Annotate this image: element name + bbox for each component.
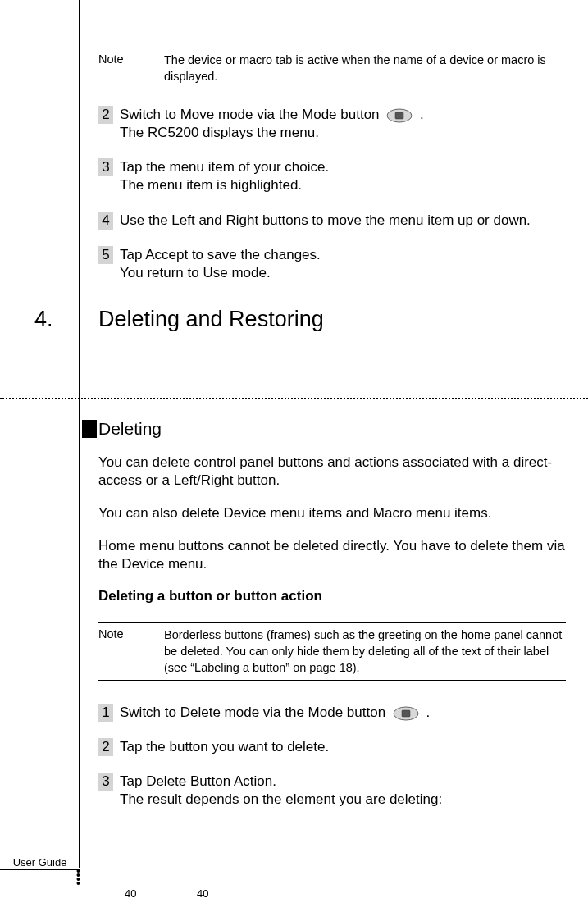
subsection-marker-icon (82, 420, 97, 438)
mode-button-icon (393, 706, 419, 721)
mode-button-icon (386, 108, 413, 123)
step-item: 3 Tap the menu item of your choice. The … (98, 158, 566, 194)
svg-rect-1 (395, 112, 403, 119)
page-content: Note The device or macro tab is active w… (98, 48, 566, 337)
step-text-pre: Tap the menu item of your choice. (120, 159, 329, 175)
footer-dots-icon: •••• (76, 869, 80, 886)
step-item: 3 Tap Delete Button Action. The result d… (98, 773, 566, 809)
paragraph: Home menu buttons cannot be deleted dire… (98, 537, 566, 573)
vertical-rule (79, 0, 80, 868)
section-heading: 4. Deleting and Restoring (98, 307, 566, 332)
step-number: 3 (98, 158, 113, 176)
step-item: 2 Tap the button you want to delete. (98, 738, 566, 756)
page-content-lower: Deleting You can delete control panel bu… (98, 398, 566, 826)
bold-heading: Deleting a button or button action (98, 588, 566, 604)
step-line2: The result depends on the element you ar… (120, 791, 442, 807)
step-text-pre: Switch to Delete mode via the Mode butto… (120, 704, 390, 720)
footer-label: User Guide (0, 855, 80, 870)
page-number: 40 (197, 887, 208, 900)
step-text-post: . (422, 704, 430, 720)
step-body: Use the Left and Right buttons to move t… (120, 212, 566, 230)
step-body: Tap Accept to save the changes. You retu… (120, 246, 566, 282)
page-number: 40 (125, 887, 136, 900)
section-title: Deleting and Restoring (98, 307, 324, 332)
subsection-heading: Deleting (98, 419, 566, 439)
step-number: 5 (98, 246, 113, 264)
step-body: Tap the menu item of your choice. The me… (120, 158, 566, 194)
step-body: Switch to Move mode via the Mode button … (120, 106, 566, 142)
note-label: Note (98, 627, 164, 676)
note-box-bottom: Note Borderless buttons (frames) such as… (98, 622, 566, 681)
step-line2: The menu item is highlighted. (120, 177, 302, 193)
step-body: Tap Delete Button Action. The result dep… (120, 773, 566, 809)
step-text-pre: Switch to Move mode via the Mode button (120, 107, 383, 122)
step-text-pre: Tap Accept to save the changes. (120, 247, 321, 262)
step-text-pre: Tap Delete Button Action. (120, 773, 276, 789)
step-number: 2 (98, 106, 113, 124)
paragraph: You can also delete Device menu items an… (98, 504, 566, 522)
step-number: 3 (98, 773, 113, 791)
step-number: 2 (98, 738, 113, 756)
section-heading-wrap: 4. Deleting and Restoring (98, 307, 566, 332)
section-number: 4. (34, 307, 53, 332)
note-box-top: Note The device or macro tab is active w… (98, 48, 566, 89)
note-text: The device or macro tab is active when t… (164, 52, 566, 84)
step-body: Tap the button you want to delete. (120, 738, 566, 756)
svg-rect-3 (402, 710, 410, 717)
step-item: 2 Switch to Move mode via the Mode butto… (98, 106, 566, 142)
step-number: 1 (98, 704, 113, 722)
step-body: Switch to Delete mode via the Mode butto… (120, 704, 566, 722)
step-line2: The RC5200 displays the menu. (120, 125, 319, 140)
step-item: 4 Use the Left and Right buttons to move… (98, 212, 566, 230)
note-text: Borderless buttons (frames) such as the … (164, 627, 566, 676)
step-text-pre: Use the Left and Right buttons to move t… (120, 212, 531, 228)
step-text-pre: Tap the button you want to delete. (120, 739, 329, 755)
paragraph: You can delete control panel buttons and… (98, 454, 566, 490)
step-number: 4 (98, 212, 113, 230)
step-text-post: . (416, 107, 423, 122)
step-item: 1 Switch to Delete mode via the Mode but… (98, 704, 566, 722)
note-label: Note (98, 52, 164, 84)
step-line2: You return to Use mode. (120, 265, 271, 280)
subsection-title: Deleting (98, 419, 162, 439)
step-item: 5 Tap Accept to save the changes. You re… (98, 246, 566, 282)
